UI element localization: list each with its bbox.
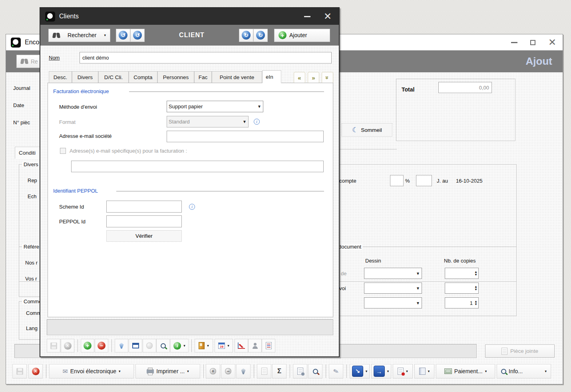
journal-book-button[interactable]: ▾ bbox=[414, 364, 434, 378]
dropdown-arrow-icon[interactable]: ▾ bbox=[183, 344, 185, 348]
dropdown-arrow-icon[interactable]: ▾ bbox=[119, 369, 121, 373]
spin-down-icon[interactable]: ▼ bbox=[474, 288, 477, 291]
nom-input[interactable] bbox=[80, 52, 332, 64]
page-settings-button[interactable] bbox=[293, 364, 307, 378]
tab-fac[interactable]: Fac bbox=[194, 71, 212, 83]
nav-previous-button[interactable]: ↺ bbox=[130, 29, 145, 42]
ajouter-button[interactable]: + Ajouter bbox=[274, 29, 330, 42]
dropdown-arrow-icon[interactable]: ▾ bbox=[366, 369, 368, 373]
doc-row2-copies-spinner[interactable]: ▲▼ bbox=[445, 283, 479, 294]
doc-row3-dessin-combo[interactable]: ▼ bbox=[364, 297, 422, 308]
imprimer-button[interactable]: Imprimer ... ▾ bbox=[135, 364, 200, 378]
transfer-down-button[interactable]: ↘ ▾ bbox=[350, 364, 370, 378]
dropdown-arrow-icon[interactable]: ▾ bbox=[406, 369, 408, 373]
info-menu-button[interactable]: i ▾ bbox=[170, 339, 189, 352]
info-button[interactable]: Info... ▾ bbox=[497, 364, 551, 378]
pin-button[interactable] bbox=[236, 364, 251, 378]
dropdown-arrow-icon[interactable]: ▾ bbox=[207, 344, 209, 348]
minimize-button[interactable] bbox=[298, 10, 316, 23]
tab-dc-cli[interactable]: D/C Cli. bbox=[98, 71, 129, 83]
document-group-label: document bbox=[337, 244, 363, 250]
clients-window-title: Clients bbox=[59, 13, 79, 20]
maximize-button[interactable] bbox=[523, 36, 542, 48]
methode-envoi-combo[interactable]: Support papier ▼ bbox=[167, 101, 263, 112]
doc-row2-dessin-combo[interactable]: ▼ bbox=[364, 283, 422, 294]
spin-down-icon[interactable]: ▼ bbox=[474, 273, 477, 276]
chevron-down-icon: ▼ bbox=[241, 119, 247, 124]
clients-titlebar[interactable]: Clients ✕ bbox=[40, 8, 339, 25]
search-doc-button[interactable] bbox=[308, 364, 322, 378]
tab-desc[interactable]: Desc. bbox=[49, 71, 72, 83]
tab-scroll-left-button[interactable]: « bbox=[294, 72, 305, 84]
escompte-pct-field[interactable] bbox=[390, 175, 404, 186]
calendar-button[interactable]: 28 ▾ bbox=[215, 339, 233, 352]
tab-scroll-right-button[interactable]: » bbox=[308, 72, 319, 84]
double-down-chevron-icon: » bbox=[324, 76, 331, 79]
tab-personnes[interactable]: Personnes bbox=[157, 71, 194, 83]
dropdown-arrow-icon[interactable]: ▾ bbox=[187, 369, 189, 373]
spin-down-icon[interactable]: ▼ bbox=[474, 303, 477, 306]
record-type-title: CLIENT bbox=[145, 32, 239, 39]
mode-label: Ajout bbox=[526, 55, 552, 68]
nav-next-button[interactable]: ↻ bbox=[239, 29, 253, 42]
nav-last-icon: ↻ bbox=[256, 31, 265, 40]
doc-row1-copies-spinner[interactable]: ▲▼ bbox=[445, 268, 479, 279]
vos-ref-label: Vos r bbox=[25, 276, 37, 282]
sommeil-button[interactable]: ☾ Sommeil bbox=[342, 123, 392, 137]
doc-row1-dessin-combo[interactable]: ▼ bbox=[364, 268, 422, 279]
delete-record-button[interactable]: − bbox=[95, 339, 108, 352]
tab-compta[interactable]: Compta bbox=[129, 71, 157, 83]
nav-last-button[interactable]: ↻ bbox=[253, 29, 268, 42]
dropdown-arrow-icon[interactable]: ▾ bbox=[387, 369, 389, 373]
contact-button[interactable] bbox=[248, 339, 262, 352]
specific-email-input[interactable] bbox=[71, 161, 324, 172]
ajouter-label: Ajouter bbox=[289, 32, 307, 38]
nom-label: Nom bbox=[49, 55, 60, 61]
report-button[interactable] bbox=[262, 339, 275, 352]
attachment-icon bbox=[501, 348, 507, 355]
add-icon: + bbox=[84, 342, 92, 350]
search-zoom-button[interactable] bbox=[156, 339, 170, 352]
tab-einvoicing[interactable]: eIn bbox=[262, 70, 281, 83]
tab-list-button[interactable]: » bbox=[322, 72, 333, 84]
dropdown-arrow-icon[interactable]: ▾ bbox=[104, 33, 106, 37]
dropdown-arrow-icon[interactable]: ▾ bbox=[227, 344, 229, 348]
cancel-button[interactable]: ✕ bbox=[28, 364, 43, 378]
rechercher-button[interactable]: Rechercher ▾ bbox=[48, 29, 110, 42]
escompte-days-field[interactable] bbox=[416, 175, 432, 186]
scheme-info-icon[interactable]: i bbox=[189, 204, 195, 210]
doc-row3-copies-spinner[interactable]: 1 ▲▼ bbox=[445, 297, 479, 308]
close-button[interactable]: ✕ bbox=[542, 36, 563, 48]
notes-button[interactable]: ▾ bbox=[195, 339, 213, 352]
zoom-out-button[interactable]: − bbox=[221, 364, 235, 378]
dropdown-arrow-icon[interactable]: ▾ bbox=[545, 369, 547, 373]
dropdown-arrow-icon[interactable]: ▾ bbox=[485, 369, 487, 373]
peppol-id-input[interactable] bbox=[106, 215, 182, 227]
signature-button[interactable]: ✎ bbox=[329, 364, 343, 378]
web-button[interactable] bbox=[143, 339, 156, 352]
email-societe-input[interactable] bbox=[167, 131, 324, 142]
tab-divers[interactable]: Divers bbox=[72, 71, 98, 83]
close-button[interactable]: ✕ bbox=[316, 10, 339, 23]
statistics-button[interactable] bbox=[235, 339, 248, 352]
add-record-button[interactable]: + bbox=[81, 339, 94, 352]
zoom-in-button[interactable]: + bbox=[206, 364, 220, 378]
transfer-forward-button[interactable]: → ▾ bbox=[371, 364, 391, 378]
paiement-button[interactable]: Paiement... ▾ bbox=[436, 364, 495, 378]
total-field[interactable] bbox=[438, 82, 492, 93]
format-info-icon[interactable]: i bbox=[254, 119, 260, 125]
scheme-id-input[interactable] bbox=[106, 201, 182, 213]
envoi-electronique-button[interactable]: ✉ Envoi électronique ▾ bbox=[49, 364, 134, 378]
nav-first-button[interactable]: ↺ bbox=[116, 29, 130, 42]
sommeil-label: Sommeil bbox=[361, 127, 382, 133]
tab-point-de-vente[interactable]: Point de vente bbox=[212, 71, 262, 83]
screen-button[interactable] bbox=[129, 339, 142, 352]
verifier-button[interactable]: Vérifier bbox=[106, 230, 182, 242]
dropdown-arrow-icon[interactable]: ▾ bbox=[428, 369, 430, 373]
specific-email-checkbox-label: Adresse(s) e-mail spécifique(s) pour la … bbox=[70, 148, 187, 154]
blank-page-button[interactable] bbox=[257, 364, 271, 378]
remove-doc-button[interactable]: ▾ bbox=[393, 364, 413, 378]
sum-button[interactable]: Σ bbox=[272, 364, 286, 378]
pin-button[interactable] bbox=[115, 339, 128, 352]
minimize-button[interactable] bbox=[505, 36, 523, 48]
